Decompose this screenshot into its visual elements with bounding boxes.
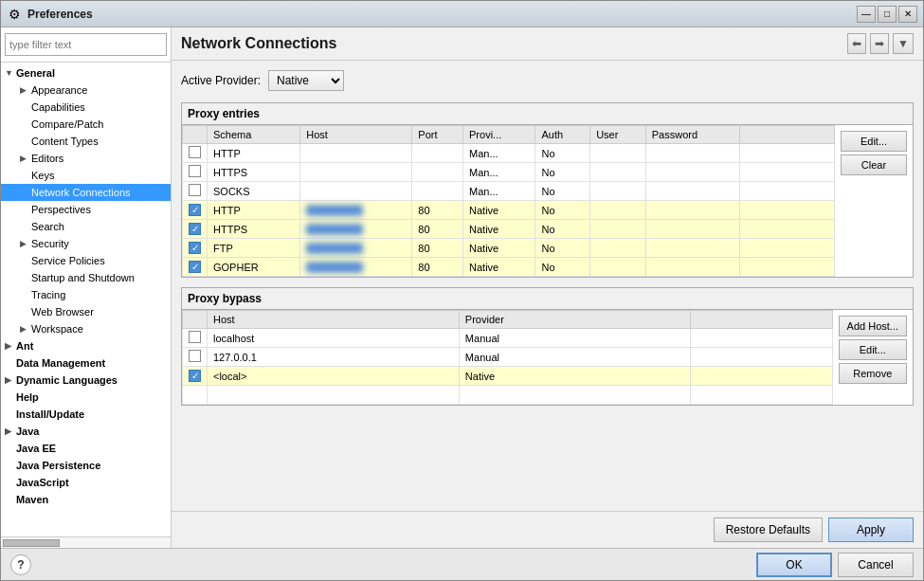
provider-select[interactable]: Direct Manual Native [268, 70, 344, 91]
add-host-button[interactable]: Add Host... [839, 316, 907, 336]
ok-button[interactable]: OK [756, 553, 832, 577]
row-port: 80 [412, 201, 463, 220]
maximize-button[interactable]: □ [878, 6, 897, 23]
tree-item-java[interactable]: ▶ Java [1, 423, 171, 440]
tree-item-search[interactable]: Search [1, 218, 171, 235]
row-check-cell[interactable]: ✓ [183, 220, 208, 239]
row-checkbox[interactable] [189, 146, 201, 158]
row-password [645, 201, 739, 220]
row-checkbox[interactable]: ✓ [189, 370, 201, 382]
tree-item-service-policies[interactable]: Service Policies [1, 252, 171, 269]
proxy-clear-button[interactable]: Clear [841, 154, 907, 175]
row-checkbox[interactable] [189, 331, 201, 343]
title-bar-buttons: — □ ✕ [857, 6, 917, 23]
tree-label: Startup and Shutdown [31, 272, 135, 283]
tree-item-security[interactable]: ▶ Security [1, 235, 171, 252]
minimize-button[interactable]: — [857, 6, 876, 23]
row-auth: No [535, 144, 590, 163]
spacer-icon [5, 478, 16, 487]
tree-label: Ant [16, 340, 33, 352]
row-host: 127.0.0.1 [208, 348, 460, 367]
tree-item-install-update[interactable]: Install/Update [1, 406, 171, 423]
row-port [412, 144, 463, 163]
col-provider: Provider [459, 311, 690, 329]
row-check-cell[interactable] [183, 163, 208, 182]
provider-dropdown: Direct Manual Native [268, 70, 344, 91]
tree-item-startup-shutdown[interactable]: Startup and Shutdown [1, 269, 171, 286]
tree-item-java-persistence[interactable]: Java Persistence [1, 457, 171, 474]
row-check-cell[interactable] [183, 348, 208, 367]
tree-item-ant[interactable]: ▶ Ant [1, 337, 171, 354]
tree-item-help[interactable]: Help [1, 389, 171, 406]
tree-item-data-management[interactable]: Data Management [1, 354, 171, 372]
tree-item-editors[interactable]: ▶ Editors [1, 150, 171, 167]
row-check-cell[interactable] [183, 329, 208, 348]
blurred-host [306, 224, 363, 235]
tree-item-workspace[interactable]: ▶ Workspace [1, 320, 171, 337]
col-schema: Schema [208, 126, 300, 144]
row-host: <local> [208, 367, 460, 386]
expand-icon: ▶ [5, 427, 16, 436]
row-user [590, 182, 646, 201]
tree-label: Perspectives [31, 204, 91, 215]
tree-item-maven[interactable]: Maven [1, 491, 171, 508]
row-check-cell[interactable] [183, 144, 208, 163]
table-row: HTTPS Man... No [183, 163, 835, 182]
row-checkbox[interactable]: ✓ [189, 242, 201, 254]
table-row: ✓ <local> Native [183, 367, 833, 386]
tree-item-tracing[interactable]: Tracing [1, 286, 171, 303]
row-checkbox[interactable]: ✓ [189, 223, 201, 235]
tree-item-java-ee[interactable]: Java EE [1, 440, 171, 457]
spacer-icon [20, 171, 31, 180]
tree-item-dynamic-languages[interactable]: ▶ Dynamic Languages [1, 372, 171, 389]
help-button[interactable]: ? [10, 554, 31, 575]
tree-item-appearance[interactable]: ▶ Appearance [1, 82, 171, 99]
tree-item-content-types[interactable]: Content Types [1, 133, 171, 150]
row-checkbox[interactable] [189, 350, 201, 362]
bypass-edit-button[interactable]: Edit... [839, 339, 907, 360]
expand-icon: ▶ [5, 341, 16, 351]
close-button[interactable]: ✕ [898, 6, 917, 23]
title-bar: ⚙ Preferences — □ ✕ [1, 1, 923, 27]
row-check-cell[interactable]: ✓ [183, 258, 208, 277]
row-checkbox[interactable]: ✓ [189, 204, 201, 216]
col-extra [690, 311, 832, 329]
bypass-remove-button[interactable]: Remove [839, 363, 907, 384]
row-user [590, 163, 646, 182]
tree-label: Editors [31, 153, 63, 164]
row-checkbox[interactable] [189, 165, 201, 177]
apply-button[interactable]: Apply [828, 517, 914, 542]
tree-item-keys[interactable]: Keys [1, 167, 171, 184]
tree-item-perspectives[interactable]: Perspectives [1, 201, 171, 218]
tree-item-network-connections[interactable]: Network Connections [1, 184, 171, 201]
row-host [300, 258, 412, 277]
scrollbar-thumb[interactable] [3, 539, 60, 547]
row-check-cell[interactable] [183, 182, 208, 201]
tree-label: Dynamic Languages [16, 374, 118, 386]
table-row: ✓ HTTPS 80 Native No [183, 220, 835, 239]
back-button[interactable]: ⬅ [847, 33, 866, 54]
toolbar-menu-button[interactable]: ▼ [893, 33, 914, 54]
tree-item-capabilities[interactable]: Capabilities [1, 99, 171, 116]
row-checkbox[interactable] [189, 184, 201, 196]
tree-item-general[interactable]: ▼ General [1, 64, 171, 82]
proxy-edit-button[interactable]: Edit... [841, 131, 907, 152]
tree-item-javascript[interactable]: JavaScript [1, 474, 171, 491]
row-extra [740, 163, 835, 182]
restore-defaults-button[interactable]: Restore Defaults [714, 517, 823, 542]
row-provider: Native [459, 367, 690, 386]
forward-button[interactable]: ➡ [870, 33, 889, 54]
expand-icon: ▶ [20, 154, 31, 163]
cancel-button[interactable]: Cancel [838, 553, 914, 577]
filter-input[interactable] [5, 33, 167, 56]
row-check-cell[interactable]: ✓ [183, 239, 208, 258]
tree-item-web-browser[interactable]: Web Browser [1, 303, 171, 320]
row-check-cell[interactable]: ✓ [183, 367, 208, 386]
row-extra [740, 220, 835, 239]
row-check-cell[interactable]: ✓ [183, 201, 208, 220]
row-password [645, 239, 739, 258]
tree-item-compare-patch[interactable]: Compare/Patch [1, 116, 171, 133]
horizontal-scrollbar[interactable] [1, 536, 171, 548]
row-checkbox[interactable]: ✓ [189, 261, 201, 273]
proxy-bypass-buttons: Add Host... Edit... Remove [833, 310, 913, 405]
